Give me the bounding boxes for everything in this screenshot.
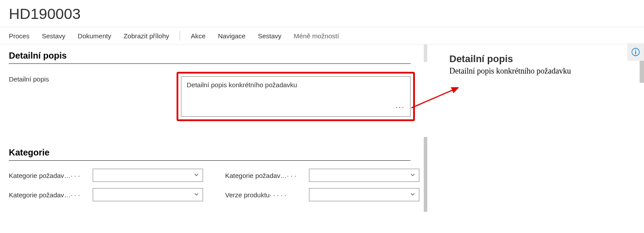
toolbar-proces[interactable]: Proces [9, 32, 30, 40]
toolbar-zobrazit-prilohy[interactable]: Zobrazit přílohy [124, 32, 169, 40]
info-button[interactable] [627, 43, 644, 61]
kategorie-row2-label-right: Verze produktu· · · · · [225, 191, 309, 199]
side-panel-title: Detailní popis [449, 53, 626, 65]
detail-textarea[interactable]: Detailní popis konkrétního požadavku ··· [181, 76, 411, 117]
action-toolbar: Proces Sestavy Dokumenty Zobrazit příloh… [0, 27, 644, 44]
toolbar-less-options[interactable]: Méně možností [294, 32, 339, 40]
section-title-detail: Detailní popis [9, 51, 411, 64]
toolbar-dokumenty[interactable]: Dokumenty [78, 32, 111, 40]
svg-rect-2 [635, 51, 636, 54]
kategorie-row2-label-left: Kategorie požadav…· · · [9, 191, 93, 199]
kategorie-row2-select-left[interactable] [93, 188, 203, 201]
chevron-down-icon [410, 172, 415, 179]
side-panel: Detailní popis Detailní popis konkrétníh… [427, 44, 644, 217]
detail-field-label: Detailní popis [9, 72, 177, 83]
ellipsis-icon[interactable]: ··· [395, 103, 405, 112]
kategorie-row1-select-left[interactable] [93, 169, 203, 182]
column-splitter[interactable] [424, 44, 427, 217]
right-scrollbar[interactable] [640, 61, 644, 233]
chevron-down-icon [194, 191, 199, 198]
detail-field-highlight: Detailní popis konkrétního požadavku ··· [177, 72, 415, 121]
kategorie-row2-select-right[interactable] [309, 188, 419, 201]
kategorie-row1-label-right: Kategorie požadav…· · · [225, 172, 309, 179]
toolbar-navigace[interactable]: Navigace [218, 32, 246, 40]
side-panel-text: Detailní popis konkrétního požadavku [449, 67, 626, 76]
info-icon [631, 48, 640, 56]
section-title-kategorie: Kategorie [9, 148, 411, 161]
page-title: HD190003 [0, 0, 644, 27]
chevron-down-icon [410, 191, 415, 198]
chevron-down-icon [194, 172, 199, 179]
toolbar-akce[interactable]: Akce [191, 32, 205, 40]
toolbar-sestavy-2[interactable]: Sestavy [258, 32, 281, 40]
toolbar-separator [180, 31, 180, 41]
detail-textarea-value: Detailní popis konkrétního požadavku [187, 81, 297, 89]
scrollbar-thumb[interactable] [640, 61, 644, 83]
toolbar-sestavy-1[interactable]: Sestavy [42, 32, 65, 40]
kategorie-row1-select-right[interactable] [309, 169, 419, 182]
svg-point-1 [635, 50, 636, 51]
kategorie-row1-label-left: Kategorie požadav…· · · [9, 172, 93, 179]
